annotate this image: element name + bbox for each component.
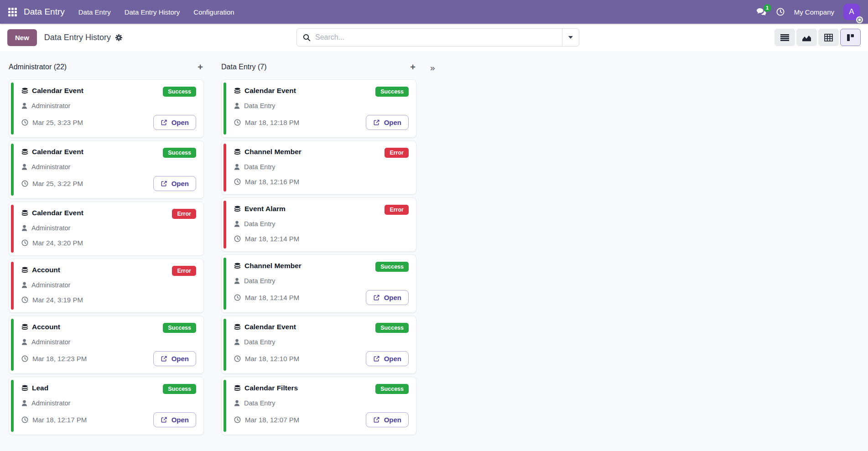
card-user-row: Data Entry (234, 399, 409, 407)
kanban-card[interactable]: Account Error Administrator (9, 259, 204, 313)
fold-column-toggle[interactable]: » (430, 62, 435, 74)
card-timestamp: Mar 18, 12:14 PM (234, 235, 299, 243)
menu-item-configuration[interactable]: Configuration (193, 8, 234, 16)
card-user-name: Administrator (31, 338, 70, 346)
status-accent-bar (11, 262, 14, 310)
kanban-card[interactable]: Calendar Event Success Administrator (9, 140, 204, 199)
open-button[interactable]: Open (153, 351, 196, 366)
card-user-name: Administrator (31, 163, 70, 171)
activities-button[interactable] (776, 7, 785, 16)
search-dropdown-toggle[interactable] (562, 29, 579, 46)
user-icon (21, 164, 27, 170)
card-model-name: Calendar Event (32, 148, 83, 156)
status-accent-bar (11, 319, 14, 371)
card-footer-row: Mar 18, 12:18 PM Open (234, 115, 409, 130)
column-header: Administrator (22) + (9, 61, 203, 73)
column-title: Administrator (22) (9, 63, 67, 71)
chevron-down-icon (568, 36, 573, 39)
card-model-name: Calendar Event (32, 87, 83, 95)
card-time-text: Mar 18, 12:17 PM (32, 416, 87, 424)
kanban-card[interactable]: Account Success Administrator (9, 316, 204, 374)
status-accent-bar (223, 258, 226, 310)
kanban-card[interactable]: Calendar Event Success Administrator (9, 79, 204, 138)
card-header-row: Channel Member Success (234, 262, 409, 272)
view-button-list[interactable] (774, 29, 795, 46)
status-badge: Success (375, 262, 409, 272)
card-header-row: Calendar Event Success (234, 323, 409, 333)
top-navbar: Data Entry Data Entry Data Entry History… (0, 0, 868, 24)
open-button[interactable]: Open (153, 176, 196, 191)
card-title: Channel Member (234, 262, 301, 270)
kanban-card[interactable]: Channel Member Success Data Entry (221, 254, 416, 313)
kanban-card[interactable]: Lead Success Administrator (9, 377, 204, 435)
actions-gear-button[interactable] (115, 34, 122, 41)
card-footer-row: Mar 18, 12:07 PM Open (234, 412, 409, 427)
card-user-row: Administrator (21, 102, 196, 109)
company-switcher[interactable]: My Company (794, 8, 834, 16)
kanban-card[interactable]: Calendar Event Error Administrator (9, 202, 204, 256)
open-button[interactable]: Open (366, 412, 409, 427)
kanban-columns: Administrator (22) + Calendar Event Succ… (9, 61, 416, 435)
card-footer-row: Mar 18, 12:17 PM Open (21, 412, 196, 427)
menu-item-data-entry-history[interactable]: Data Entry History (125, 8, 180, 16)
card-footer-row: Mar 18, 12:16 PM (234, 176, 409, 187)
avatar-initial: A (849, 7, 854, 16)
view-button-kanban[interactable] (840, 29, 861, 46)
open-button[interactable]: Open (153, 115, 196, 130)
card-model-name: Lead (32, 384, 48, 392)
user-icon (234, 339, 240, 345)
status-accent-bar (223, 319, 226, 371)
database-icon (21, 385, 28, 392)
status-badge: Success (163, 323, 196, 333)
external-link-icon (161, 119, 167, 126)
card-model-name: Calendar Event (244, 87, 296, 95)
card-user-row: Data Entry (234, 102, 409, 109)
status-accent-bar (223, 201, 226, 249)
search-input[interactable] (315, 29, 562, 46)
status-accent-bar (223, 380, 226, 432)
kanban-card[interactable]: Calendar Event Success Data Entry (221, 79, 416, 138)
external-link-icon (373, 416, 380, 423)
view-button-graph[interactable] (796, 29, 817, 46)
add-card-button[interactable]: + (198, 62, 203, 72)
open-button[interactable]: Open (366, 115, 409, 130)
status-badge: Success (375, 87, 409, 97)
kanban-card[interactable]: Calendar Filters Success Data Entry (221, 377, 416, 435)
card-user-row: Administrator (21, 281, 196, 289)
card-footer-row: Mar 18, 12:23 PM Open (21, 351, 196, 366)
apps-grid-icon[interactable] (8, 8, 17, 16)
card-user-row: Administrator (21, 224, 196, 232)
card-user-name: Data Entry (244, 277, 275, 285)
card-header-row: Calendar Event Success (21, 148, 196, 158)
database-icon (234, 385, 241, 392)
card-user-name: Administrator (31, 281, 70, 289)
kanban-card[interactable]: Channel Member Error Data Entry (221, 140, 416, 195)
clock-small-icon (21, 355, 28, 362)
view-button-pivot[interactable] (818, 29, 839, 46)
open-button[interactable]: Open (366, 290, 409, 305)
clock-small-icon (21, 119, 28, 126)
card-user-name: Data Entry (244, 338, 275, 346)
user-avatar[interactable]: A (843, 4, 860, 20)
kanban-card[interactable]: Event Alarm Error Data Entry (221, 197, 416, 252)
clock-small-icon (234, 355, 241, 362)
messages-button[interactable]: 1 (756, 8, 767, 16)
database-icon (21, 324, 28, 331)
card-model-name: Account (32, 323, 60, 331)
open-button[interactable]: Open (366, 351, 409, 366)
status-badge: Error (385, 148, 409, 158)
card-title: Calendar Event (21, 148, 83, 156)
card-timestamp: Mar 18, 12:07 PM (234, 416, 299, 424)
kanban-card[interactable]: Calendar Event Success Data Entry (221, 316, 416, 374)
add-card-button[interactable]: + (410, 62, 416, 72)
navbar-right: 1 My Company A (756, 4, 860, 20)
search-bar (296, 28, 579, 47)
card-timestamp: Mar 18, 12:16 PM (234, 178, 299, 186)
app-title[interactable]: Data Entry (24, 7, 65, 17)
card-header-row: Calendar Event Success (21, 87, 196, 97)
pivot-view-icon (824, 34, 833, 41)
menu-item-data-entry[interactable]: Data Entry (78, 8, 111, 16)
database-icon (234, 88, 241, 94)
open-button[interactable]: Open (153, 412, 196, 427)
new-button[interactable]: New (7, 29, 37, 46)
